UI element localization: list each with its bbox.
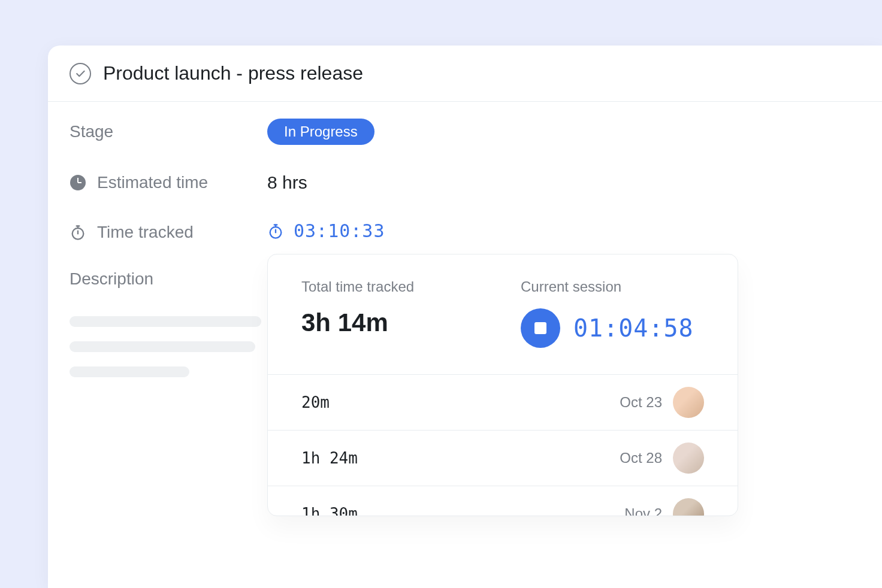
current-session-column: Current session 01:04:58 bbox=[521, 278, 704, 348]
total-time-label: Total time tracked bbox=[301, 278, 485, 295]
entry-date: Oct 28 bbox=[620, 450, 662, 466]
skeleton-line bbox=[70, 366, 189, 377]
total-time-column: Total time tracked 3h 14m bbox=[301, 278, 485, 348]
estimated-time-label: Estimated time bbox=[70, 173, 267, 192]
stop-timer-button[interactable] bbox=[521, 308, 560, 348]
time-tracked-value[interactable]: 03:10:33 bbox=[267, 220, 860, 241]
stage-row: Stage In Progress bbox=[70, 119, 860, 145]
card-content: Stage In Progress Estimated time 8 hrs T… bbox=[48, 102, 882, 377]
current-session-label: Current session bbox=[521, 278, 704, 295]
entry-duration: 1h 30m bbox=[301, 505, 358, 516]
estimated-time-value: 8 hrs bbox=[267, 172, 860, 193]
skeleton-line bbox=[70, 341, 255, 352]
clock-icon bbox=[70, 174, 86, 191]
entry-date: Nov 2 bbox=[624, 505, 662, 516]
session-entries: 20m Oct 23 1h 24m Oct 28 bbox=[268, 374, 738, 516]
session-entry[interactable]: 1h 24m Oct 28 bbox=[268, 431, 738, 486]
user-avatar bbox=[673, 387, 704, 418]
time-tracking-panel: Total time tracked 3h 14m Current sessio… bbox=[267, 254, 738, 516]
description-placeholder bbox=[70, 316, 267, 377]
stopwatch-icon bbox=[267, 223, 284, 240]
stage-label: Stage bbox=[70, 122, 267, 141]
stop-icon bbox=[534, 322, 546, 334]
user-avatar bbox=[673, 498, 704, 516]
total-time-value: 3h 14m bbox=[301, 308, 485, 337]
description-label: Description bbox=[70, 269, 267, 289]
session-entry[interactable]: 20m Oct 23 bbox=[268, 375, 738, 431]
card-header: Product launch - press release bbox=[48, 46, 882, 102]
skeleton-line bbox=[70, 316, 261, 327]
entry-date: Oct 23 bbox=[620, 394, 662, 411]
session-entry[interactable]: 1h 30m Nov 2 bbox=[268, 486, 738, 516]
estimated-time-row: Estimated time 8 hrs bbox=[70, 172, 860, 193]
entry-duration: 1h 24m bbox=[301, 449, 358, 467]
complete-task-checkbox[interactable] bbox=[70, 63, 91, 84]
time-tracked-label: Time tracked bbox=[70, 223, 267, 242]
time-tracked-row: Time tracked 03:10:33 Total time tracked… bbox=[70, 220, 860, 242]
entry-duration: 20m bbox=[301, 393, 330, 411]
check-icon bbox=[74, 68, 86, 80]
panel-summary: Total time tracked 3h 14m Current sessio… bbox=[268, 254, 738, 374]
task-card: Product launch - press release Stage In … bbox=[48, 46, 882, 588]
current-session-value: 01:04:58 bbox=[573, 314, 694, 342]
stage-badge[interactable]: In Progress bbox=[267, 119, 374, 145]
stopwatch-icon bbox=[70, 224, 86, 241]
task-title: Product launch - press release bbox=[103, 62, 363, 84]
user-avatar bbox=[673, 442, 704, 474]
